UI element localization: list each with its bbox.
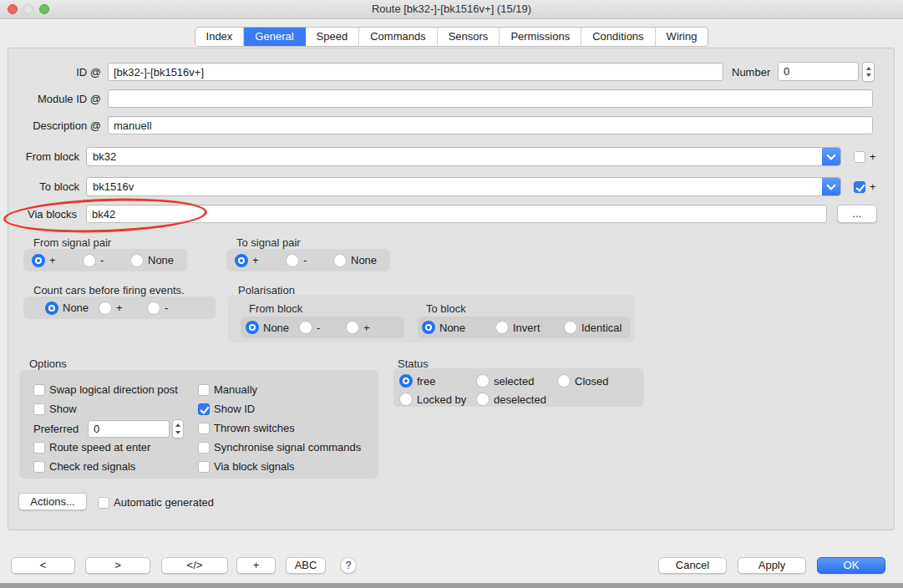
radio-to-signal-none[interactable]: None [333, 254, 377, 267]
radio-label: + [49, 254, 56, 266]
route-dialog-window: Route [bk32-]-[bk1516v+] (15/19) Index G… [0, 0, 903, 588]
number-stepper[interactable] [862, 62, 875, 82]
chevron-down-icon[interactable] [822, 148, 840, 165]
radio-selected [246, 321, 259, 334]
cancel-button[interactable]: Cancel [658, 557, 727, 574]
count-cars-title: Count cars before firing events. [33, 284, 185, 297]
help-button[interactable]: ? [340, 557, 357, 574]
to-block-value: bk1516v [93, 178, 134, 195]
radio-from-signal-minus[interactable]: - [83, 254, 130, 267]
radio-status-locked-by[interactable]: Locked by [399, 393, 466, 406]
code-button[interactable]: </> [161, 557, 228, 574]
checkbox [98, 497, 109, 509]
tab-sensors[interactable]: Sensors [438, 28, 500, 46]
add-button[interactable]: + [236, 557, 276, 574]
module-id-label: Module ID @ [0, 93, 101, 106]
count-cars-group: None + - [23, 297, 216, 319]
checkbox-show-id[interactable]: Show ID [198, 403, 255, 415]
checkbox [854, 151, 865, 163]
preferred-input[interactable] [88, 420, 170, 438]
radio-polar-to-none[interactable]: None [422, 321, 495, 334]
id-input[interactable] [108, 63, 723, 81]
checkbox-thrown-switches[interactable]: Thrown switches [198, 422, 295, 434]
radio-polar-to-invert[interactable]: Invert [495, 321, 564, 334]
radio-polar-from-minus[interactable]: - [299, 321, 346, 334]
number-input[interactable] [778, 62, 859, 81]
description-input[interactable] [108, 116, 873, 134]
preferred-stepper[interactable] [172, 419, 184, 438]
radio-polar-from-none[interactable]: None [246, 321, 299, 334]
radio [495, 321, 509, 334]
tab-conditions[interactable]: Conditions [581, 28, 655, 46]
radio-status-free[interactable]: free [399, 374, 435, 388]
via-blocks-browse-button[interactable]: ... [837, 205, 877, 223]
tab-general[interactable]: General [244, 28, 305, 46]
from-block-label: From block [0, 150, 79, 164]
to-block-combobox[interactable]: bk1516v [86, 177, 841, 196]
to-signal-pair-group: + - None [226, 249, 390, 271]
radio [299, 321, 312, 334]
tab-wiring[interactable]: Wiring [656, 28, 708, 46]
radio-status-deselected[interactable]: deselected [476, 393, 546, 406]
checkbox-show[interactable]: Show [33, 403, 77, 415]
checkbox-automatic-generated[interactable]: Automatic generated [98, 496, 214, 509]
from-block-plus-checkbox[interactable]: + [854, 150, 876, 163]
ok-button[interactable]: OK [817, 557, 885, 574]
radio-to-signal-plus[interactable]: + [235, 254, 286, 267]
radio-polar-to-identical[interactable]: Identical [564, 321, 621, 334]
radio-selected [235, 254, 248, 267]
radio [286, 254, 299, 267]
radio [476, 374, 490, 388]
checkbox [33, 461, 45, 473]
to-block-plus-checkbox[interactable]: + [854, 180, 876, 193]
description-label: Description @ [0, 119, 101, 133]
tab-bar: Index General Speed Commands Sensors Per… [195, 27, 709, 47]
apply-button[interactable]: Apply [738, 557, 806, 574]
window-title: Route [bk32-]-[bk1516v+] (15/19) [0, 0, 903, 18]
radio-label: - [100, 254, 104, 266]
radio-selected [399, 374, 413, 388]
checkbox-checked [854, 181, 865, 193]
via-blocks-input[interactable] [86, 205, 827, 223]
actions-button[interactable]: Actions... [18, 493, 87, 510]
abc-button[interactable]: ABC [286, 557, 326, 574]
radio-count-minus[interactable]: - [147, 302, 168, 315]
checkbox-label: Manually [214, 383, 257, 396]
chevron-down-icon[interactable] [822, 178, 840, 195]
radio-status-selected[interactable]: selected [476, 374, 534, 388]
prev-button[interactable]: < [11, 557, 75, 574]
checkbox-label: Synchronise signal commands [214, 441, 361, 454]
from-block-value: bk32 [93, 148, 116, 165]
checkbox [33, 442, 45, 454]
checkbox-synchronise-signal-commands[interactable]: Synchronise signal commands [198, 441, 361, 454]
checkbox-via-block-signals[interactable]: Via block signals [198, 460, 295, 473]
radio [399, 393, 413, 406]
checkbox-manually[interactable]: Manually [198, 383, 257, 396]
checkbox-label: Automatic generated [114, 496, 214, 509]
checkbox [198, 442, 210, 454]
radio-from-signal-plus[interactable]: + [32, 254, 83, 267]
radio-to-signal-minus[interactable]: - [286, 254, 333, 267]
radio-label: None [263, 322, 289, 334]
tab-speed[interactable]: Speed [306, 28, 360, 46]
radio-label: Identical [581, 322, 621, 334]
polarisation-from-title: From block [249, 302, 302, 315]
radio-count-none[interactable]: None [45, 302, 99, 315]
via-blocks-label: Via blocks [0, 208, 77, 221]
radio-count-plus[interactable]: + [99, 302, 147, 315]
checkbox-swap-logical-direction[interactable]: Swap logical direction post [33, 383, 178, 396]
radio-from-signal-none[interactable]: None [130, 254, 174, 267]
checkbox-check-red-signals[interactable]: Check red signals [33, 460, 135, 473]
radio-polar-from-plus[interactable]: + [346, 321, 370, 334]
from-block-combobox[interactable]: bk32 [86, 147, 841, 166]
module-id-input[interactable] [108, 89, 873, 108]
tab-permissions[interactable]: Permissions [500, 28, 581, 46]
radio-label: Invert [513, 322, 540, 334]
tab-index[interactable]: Index [195, 28, 245, 46]
tab-commands[interactable]: Commands [359, 28, 437, 46]
checkbox-route-speed-at-enter[interactable]: Route speed at enter [33, 441, 150, 454]
checkbox-label: Show [49, 403, 77, 415]
to-signal-pair-title: To signal pair [236, 236, 301, 249]
radio-status-closed[interactable]: Closed [557, 374, 608, 388]
next-button[interactable]: > [85, 557, 150, 574]
